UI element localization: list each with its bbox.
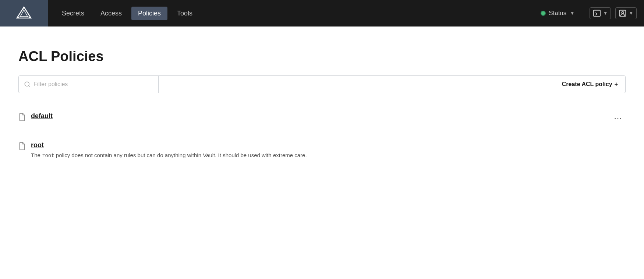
nav-secrets[interactable]: Secrets xyxy=(55,7,91,20)
user-button[interactable]: ▼ xyxy=(615,7,637,19)
vault-logo-icon xyxy=(15,5,32,22)
svg-point-8 xyxy=(622,11,624,14)
policy-desc-code-root: root xyxy=(42,153,54,159)
nav-links: Secrets Access Policies Tools xyxy=(55,7,541,20)
user-chevron-icon: ▼ xyxy=(629,11,633,16)
policy-body-default: default xyxy=(31,112,604,120)
svg-line-10 xyxy=(28,85,29,86)
create-acl-policy-label: Create ACL policy xyxy=(562,81,612,88)
status-label: Status xyxy=(549,10,566,17)
policy-item-root: root The root policy does not contain an… xyxy=(18,133,626,168)
filter-input-wrap xyxy=(19,76,159,93)
navbar-right: Status ▼ ▼ ▼ xyxy=(541,7,637,20)
nav-policies[interactable]: Policies xyxy=(131,7,167,20)
policy-desc-root: The root policy does not contain any rul… xyxy=(31,151,626,160)
toolbar: Create ACL policy + xyxy=(18,75,626,93)
status-dot xyxy=(541,11,546,16)
svg-point-9 xyxy=(25,82,29,86)
user-icon xyxy=(619,9,627,17)
nav-divider xyxy=(582,7,582,20)
policy-actions-default: ⋯ xyxy=(611,112,626,125)
navbar: Secrets Access Policies Tools Status ▼ ▼ xyxy=(0,0,644,27)
create-acl-policy-plus-icon: + xyxy=(615,81,618,88)
terminal-button[interactable]: ▼ xyxy=(590,7,611,19)
nav-access[interactable]: Access xyxy=(94,7,128,20)
search-icon xyxy=(24,81,31,88)
app-logo[interactable] xyxy=(0,0,48,27)
terminal-icon xyxy=(593,9,601,17)
policy-name-default[interactable]: default xyxy=(31,112,53,120)
policy-file-icon-default xyxy=(18,113,26,123)
create-acl-policy-button[interactable]: Create ACL policy + xyxy=(555,76,625,93)
policy-menu-button-default[interactable]: ⋯ xyxy=(611,112,626,125)
svg-rect-5 xyxy=(594,10,600,17)
page-title: ACL Policies xyxy=(18,49,626,64)
policy-list: default ⋯ root The root policy does not … xyxy=(18,104,626,168)
policy-body-root: root The root policy does not contain an… xyxy=(31,141,626,160)
policy-item-default: default ⋯ xyxy=(18,104,626,133)
filter-input[interactable] xyxy=(33,76,153,93)
status-chevron-icon: ▼ xyxy=(570,11,574,16)
status-button[interactable]: Status ▼ xyxy=(541,10,574,17)
policy-name-root[interactable]: root xyxy=(31,141,44,149)
nav-tools[interactable]: Tools xyxy=(170,7,199,20)
main-content: ACL Policies Create ACL policy + xyxy=(0,27,644,279)
policy-file-icon-root xyxy=(18,142,26,152)
terminal-chevron-icon: ▼ xyxy=(603,11,608,16)
